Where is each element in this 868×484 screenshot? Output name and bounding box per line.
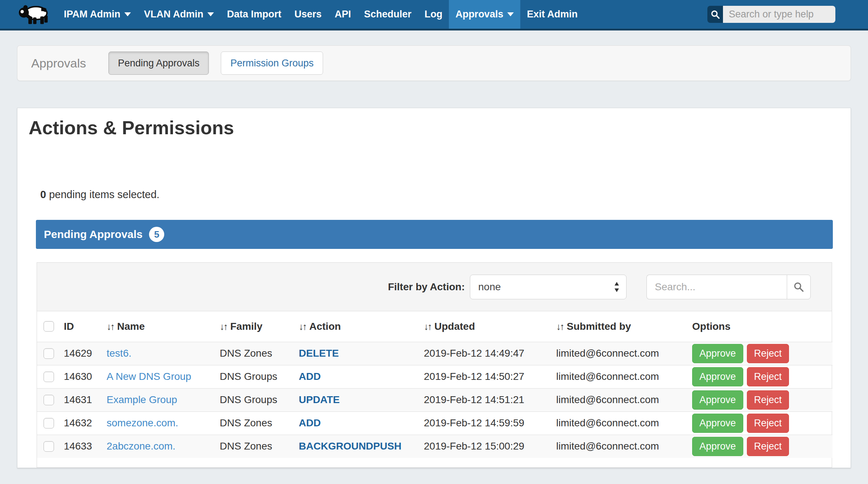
row-checkbox[interactable] — [44, 441, 54, 452]
caret-down-icon — [207, 12, 214, 16]
row-name-link[interactable]: Example Group — [107, 394, 177, 405]
row-submitted-by: limited@6connect.com — [556, 411, 692, 435]
row-family: DNS Groups — [220, 365, 299, 388]
action-filter-value: none — [478, 281, 501, 293]
global-search-input[interactable] — [723, 6, 835, 23]
global-search-button[interactable] — [707, 6, 723, 23]
row-action-link[interactable]: ADD — [299, 371, 321, 382]
row-id: 14633 — [59, 435, 107, 458]
nav-item-data-import[interactable]: Data Import — [220, 0, 288, 29]
page-title: Approvals — [31, 56, 86, 70]
pending-approvals-table: ID ↓↑Name ↓↑Family ↓↑Action ↓↑Updated ↓↑… — [37, 311, 832, 458]
row-submitted-by: limited@6connect.com — [556, 435, 692, 458]
row-family: DNS Groups — [220, 388, 299, 411]
nav-item-log[interactable]: Log — [418, 0, 449, 29]
table-row: 14633 2abczone.com. DNS Zones BACKGROUND… — [37, 435, 832, 458]
table-search-button[interactable] — [787, 275, 811, 299]
row-updated: 2019-Feb-12 15:00:29 — [424, 435, 556, 458]
reject-button[interactable]: Reject — [747, 344, 789, 363]
tab-pending-approvals[interactable]: Pending Approvals — [108, 52, 209, 75]
row-updated: 2019-Feb-12 14:59:59 — [424, 411, 556, 435]
sort-icon: ↓↑ — [220, 321, 227, 332]
table-row: 14632 somezone.com. DNS Zones ADD 2019-F… — [37, 411, 832, 435]
sort-icon: ↓↑ — [556, 321, 563, 332]
row-checkbox[interactable] — [44, 395, 54, 405]
nav-item-label: Scheduler — [364, 9, 412, 20]
row-name-link[interactable]: somezone.com. — [107, 417, 178, 428]
column-header-family[interactable]: ↓↑Family — [220, 311, 299, 342]
action-filter-select[interactable]: none — [470, 275, 627, 299]
pending-count-badge: 5 — [149, 227, 164, 242]
nav-item-label: VLAN Admin — [144, 9, 203, 20]
search-icon — [711, 10, 720, 19]
nav-item-label: Data Import — [227, 9, 281, 20]
column-header-submitted-by[interactable]: ↓↑Submitted by — [556, 311, 692, 342]
approve-button[interactable]: Approve — [692, 390, 743, 410]
column-header-name[interactable]: ↓↑Name — [107, 311, 220, 342]
row-action-link[interactable]: DELETE — [299, 348, 339, 359]
approvals-table-panel: Filter by Action: none — [37, 262, 832, 468]
reject-button[interactable]: Reject — [747, 367, 789, 386]
global-search — [707, 6, 835, 23]
table-row: 14630 A New DNS Group DNS Groups ADD 201… — [37, 365, 832, 388]
row-checkbox[interactable] — [44, 348, 54, 359]
actions-permissions-panel: Actions & Permissions 0 pending items se… — [17, 108, 851, 468]
search-icon — [793, 282, 804, 292]
row-submitted-by: limited@6connect.com — [556, 388, 692, 411]
nav-item-label: Users — [294, 9, 322, 20]
caret-down-icon — [124, 12, 131, 16]
row-checkbox[interactable] — [44, 372, 54, 382]
approve-button[interactable]: Approve — [692, 367, 743, 386]
approve-button[interactable]: Approve — [692, 344, 743, 363]
nav-item-scheduler[interactable]: Scheduler — [357, 0, 418, 29]
row-action-link[interactable]: BACKGROUNDPUSH — [299, 440, 401, 452]
sort-icon: ↓↑ — [424, 321, 431, 332]
row-submitted-by: limited@6connect.com — [556, 365, 692, 388]
tab-permission-groups[interactable]: Permission Groups — [221, 52, 323, 75]
selected-count: 0 — [40, 189, 46, 200]
row-submitted-by: limited@6connect.com — [556, 342, 692, 365]
row-checkbox[interactable] — [44, 418, 54, 428]
approve-button[interactable]: Approve — [692, 414, 743, 433]
page-header-panel: Approvals Pending Approvals Permission G… — [17, 45, 851, 81]
table-search-input[interactable] — [646, 275, 787, 299]
column-header-updated[interactable]: ↓↑Updated — [424, 311, 556, 342]
approve-button[interactable]: Approve — [692, 437, 743, 456]
nav-item-label: IPAM Admin — [64, 9, 120, 20]
nav-item-users[interactable]: Users — [288, 0, 328, 29]
selection-status: 0 pending items selected. — [40, 189, 160, 201]
provision-logo[interactable] — [0, 0, 57, 29]
row-name-link[interactable]: test6. — [107, 348, 131, 359]
filter-by-action-label: Filter by Action: — [388, 281, 465, 293]
table-row: 14631 Example Group DNS Groups UPDATE 20… — [37, 388, 832, 411]
nav-item-label: Log — [425, 9, 442, 20]
panda-logo-icon — [17, 3, 51, 26]
section-heading: Actions & Permissions — [29, 117, 234, 139]
row-id: 14630 — [59, 365, 107, 388]
reject-button[interactable]: Reject — [747, 390, 789, 410]
reject-button[interactable]: Reject — [747, 414, 789, 433]
nav-item-ipam-admin[interactable]: IPAM Admin — [57, 0, 137, 29]
row-family: DNS Zones — [220, 411, 299, 435]
approvals-admin-page: IPAM Admin VLAN Admin Data Import Users … — [0, 0, 868, 484]
nav-item-exit-admin[interactable]: Exit Admin — [520, 0, 584, 29]
row-action-link[interactable]: ADD — [299, 417, 321, 428]
row-name-link[interactable]: 2abczone.com. — [107, 440, 175, 452]
column-header-id: ID — [59, 311, 107, 342]
select-all-checkbox[interactable] — [44, 321, 54, 332]
reject-button[interactable]: Reject — [747, 437, 789, 456]
sort-icon: ↓↑ — [107, 321, 114, 332]
row-family: DNS Zones — [220, 342, 299, 365]
nav-item-label: Approvals — [455, 9, 503, 20]
select-spinner-icon — [614, 281, 620, 293]
row-name-link[interactable]: A New DNS Group — [107, 371, 191, 382]
table-row: 14629 test6. DNS Zones DELETE 2019-Feb-1… — [37, 342, 832, 365]
nav-item-api[interactable]: API — [328, 0, 357, 29]
nav-item-vlan-admin[interactable]: VLAN Admin — [137, 0, 220, 29]
navbar-menu: IPAM Admin VLAN Admin Data Import Users … — [57, 0, 584, 29]
row-action-link[interactable]: UPDATE — [299, 394, 340, 405]
sort-icon: ↓↑ — [299, 321, 306, 332]
nav-item-approvals[interactable]: Approvals — [449, 0, 520, 29]
column-header-action[interactable]: ↓↑Action — [299, 311, 424, 342]
table-header-row: ID ↓↑Name ↓↑Family ↓↑Action ↓↑Updated ↓↑… — [37, 311, 832, 342]
